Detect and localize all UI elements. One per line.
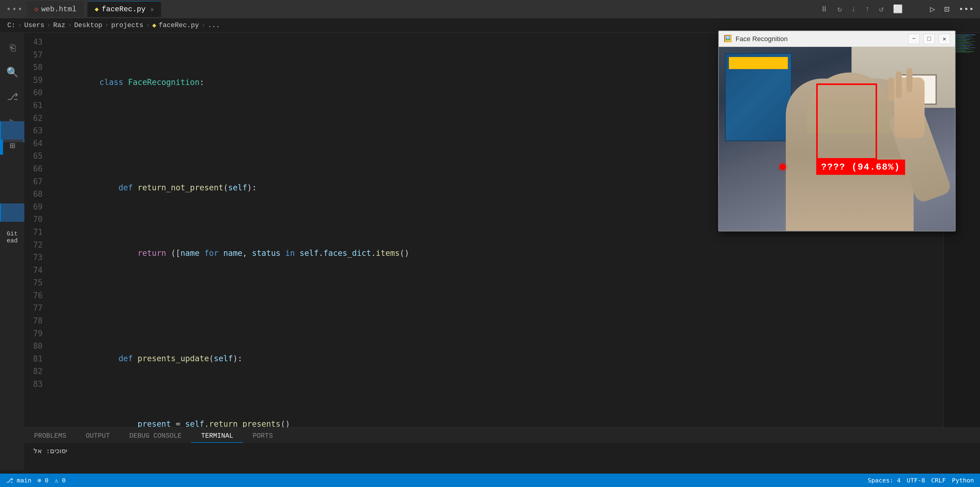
active-sidebar-highlight xyxy=(0,121,24,140)
active-sidebar-highlight2 xyxy=(0,204,24,222)
line-numbers: 43 57 58 59 60 61 62 63 64 65 66 67 68 6… xyxy=(24,33,49,427)
tab-label-faceRec-py: faceRec.py xyxy=(102,5,146,13)
code-line-62: present = self.return_presents() xyxy=(49,405,943,427)
restart-icon[interactable]: ↻ xyxy=(837,4,842,14)
terminal-tabs: PROBLEMS OUTPUT DEBUG CONSOLE TERMINAL P… xyxy=(24,428,980,443)
maximize-button[interactable]: □ xyxy=(923,34,935,44)
sidebar-item-git[interactable]: ⎇ xyxy=(3,88,21,106)
cabinet-handle-yellow xyxy=(729,57,788,69)
code-line-61: def presents_update(self): xyxy=(49,340,943,378)
step-into-icon[interactable]: ↓ xyxy=(851,5,856,14)
html-icon: ◇ xyxy=(34,5,38,13)
face-label-text: ???? (94.68%) xyxy=(821,162,900,172)
stop-icon[interactable]: ⬜ xyxy=(893,4,903,14)
git-head-label: Git ead xyxy=(0,228,24,247)
finger-3 xyxy=(906,68,912,92)
person-hand-raised xyxy=(882,77,937,169)
close-window-button[interactable]: ✕ xyxy=(939,34,950,44)
breadcrumb-desktop[interactable]: Desktop xyxy=(74,22,102,29)
status-errors: ⊗ 0 xyxy=(37,477,48,484)
breadcrumb-icon-py: ◆ xyxy=(152,21,156,30)
status-encoding[interactable]: UTF-8 xyxy=(907,477,925,484)
status-warnings: ⚠ 0 xyxy=(54,477,65,484)
face-camera-feed: ???? (94.68%) xyxy=(719,47,955,231)
step-out-icon[interactable]: ↑ xyxy=(865,5,870,14)
terminal-panel: PROBLEMS OUTPUT DEBUG CONSOLE TERMINAL P… xyxy=(24,427,980,470)
face-detection-box: ???? (94.68%) xyxy=(816,83,877,159)
tab-debug-console[interactable]: DEBUG CONSOLE xyxy=(119,430,191,443)
sidebar-item-search[interactable]: 🔍 xyxy=(3,64,21,82)
tab-label-web-html: web.html xyxy=(41,5,76,13)
face-recognition-window[interactable]: 🖼️ Face Recognition − □ ✕ xyxy=(718,30,956,231)
status-language[interactable]: Python xyxy=(952,477,974,484)
reload-icon[interactable]: ↺ xyxy=(879,4,884,14)
debug-pause-icon[interactable]: ⏸ xyxy=(820,4,828,14)
toolbar-right: ⏸ ↻ ↓ ↑ ↺ ⬜ ▷ ⊡ ••• xyxy=(820,4,974,14)
close-tab-icon[interactable]: ✕ xyxy=(150,6,154,13)
status-spaces[interactable]: Spaces: 4 xyxy=(868,477,900,484)
terminal-text: יסוכים: אל xyxy=(33,447,68,455)
breadcrumb-faceRec[interactable]: faceRec.py xyxy=(159,22,199,29)
breadcrumb-raz[interactable]: Raz xyxy=(53,22,65,29)
face-window-icon: 🖼️ xyxy=(724,35,732,43)
status-branch[interactable]: ⎇ main xyxy=(6,477,31,484)
breadcrumb-c[interactable]: C: xyxy=(7,22,15,29)
code-line-60 xyxy=(49,300,943,312)
split-editor-icon[interactable]: ⊡ xyxy=(944,4,950,14)
tab-ports[interactable]: PORTS xyxy=(243,430,283,443)
breadcrumb-projects[interactable]: projects xyxy=(111,22,143,29)
breadcrumb-ellipsis[interactable]: ... xyxy=(208,22,220,29)
breadcrumb-users[interactable]: Users xyxy=(24,22,45,29)
tab-terminal[interactable]: TERMINAL xyxy=(191,430,243,443)
terminal-content: יסוכים: אל xyxy=(24,443,980,459)
tab-problems[interactable]: PROBLEMS xyxy=(24,430,76,443)
minimize-button[interactable]: − xyxy=(908,34,920,44)
more-actions-icon[interactable]: ••• xyxy=(959,5,974,14)
tab-output[interactable]: OUTPUT xyxy=(76,430,119,443)
run-button[interactable]: ▷ xyxy=(930,4,935,14)
face-detection-label: ???? (94.68%) xyxy=(816,159,905,175)
title-bar: ••• ◇ web.html ◆ faceRec.py ✕ ⏸ ↻ ↓ ↑ ↺ … xyxy=(0,0,980,18)
cabinet-blue xyxy=(725,53,792,141)
window-menu-dots[interactable]: ••• xyxy=(6,5,23,14)
face-window-title: Face Recognition xyxy=(735,35,905,43)
tab-web-html[interactable]: ◇ web.html xyxy=(27,1,83,17)
led-indicator xyxy=(780,164,786,170)
finger-1 xyxy=(888,77,894,102)
activity-bar: ⎗ 🔍 ⎇ ▷ ⊞ them Git ead xyxy=(0,33,24,470)
code-line-59: return ([name for name, status in self.f… xyxy=(49,234,943,272)
python-icon: ◆ xyxy=(95,5,99,13)
tab-faceRec-py[interactable]: ◆ faceRec.py ✕ xyxy=(88,1,161,17)
finger-2 xyxy=(896,71,902,99)
face-window-titlebar: 🖼️ Face Recognition − □ ✕ xyxy=(719,31,955,47)
sidebar-item-explorer[interactable]: ⎗ xyxy=(3,39,21,57)
status-line-ending[interactable]: CRLF xyxy=(931,477,946,484)
status-bar: ⎇ main ⊗ 0 ⚠ 0 Spaces: 4 UTF-8 CRLF Pyth… xyxy=(0,474,980,487)
